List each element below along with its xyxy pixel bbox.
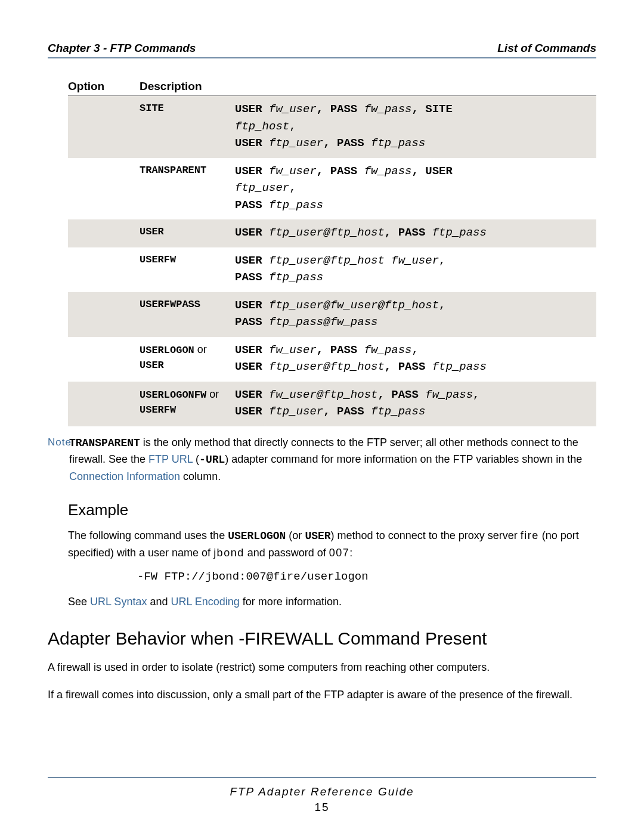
connection-cell: USER ftp_user@ftp_host, PASS ftp_pass	[235, 224, 596, 241]
example-code: -FW FTP://jbond:007@fire/userlogon	[137, 570, 596, 583]
table-row: USERFWPASSUSER ftp_user@fw_user@ftp_host…	[68, 292, 596, 337]
footer-title: FTP Adapter Reference Guide	[0, 785, 644, 798]
link[interactable]: FTP URL	[148, 453, 193, 465]
link[interactable]: Connection Information	[69, 470, 180, 482]
see-also: See URL Syntax and URL Encoding for more…	[68, 594, 596, 611]
page: Chapter 3 - FTP Commands List of Command…	[0, 0, 644, 833]
th-description: Description	[140, 80, 596, 93]
connection-cell: USER fw_user, PASS fw_pass, SITEftp_host…	[235, 101, 596, 152]
example-heading: Example	[68, 501, 596, 519]
section-heading: Adapter Behavior when -FIREWALL Command …	[48, 628, 596, 649]
page-header: Chapter 3 - FTP Commands List of Command…	[48, 42, 596, 58]
method-cell: USER	[140, 224, 235, 241]
link[interactable]: URL Encoding	[171, 596, 239, 608]
method-cell: USERFWPASS	[140, 297, 235, 331]
options-table: Option Description SITEUSER fw_user, PAS…	[68, 76, 596, 426]
table-header-row: Option Description	[68, 76, 596, 96]
link[interactable]: URL Syntax	[90, 596, 147, 608]
table-row: USERLOGON orUSERUSER fw_user, PASS fw_pa…	[68, 337, 596, 382]
header-right: List of Commands	[497, 42, 596, 55]
note-label: Note	[48, 435, 69, 486]
method-cell: USERLOGONFW orUSERFW	[140, 386, 235, 420]
table-row: USERUSER ftp_user@ftp_host, PASS ftp_pas…	[68, 219, 596, 247]
section-p1: A firewall is used in order to isolate (…	[48, 659, 596, 676]
footer-rule	[48, 777, 596, 778]
connection-cell: USER ftp_user@ftp_host fw_user,PASS ftp_…	[235, 252, 596, 286]
note-body: TRANSPARENT is the only method that dire…	[69, 435, 596, 486]
footer-page-number: 15	[0, 801, 644, 814]
note-block: Note TRANSPARENT is the only method that…	[48, 435, 596, 486]
method-cell: USERFW	[140, 252, 235, 286]
connection-cell: USER ftp_user@fw_user@ftp_host,PASS ftp_…	[235, 297, 596, 331]
method-cell: TRANSPARENT	[140, 163, 235, 214]
header-left: Chapter 3 - FTP Commands	[48, 42, 196, 55]
table-row: USERFWUSER ftp_user@ftp_host fw_user,PAS…	[68, 247, 596, 292]
connection-cell: USER fw_user, PASS fw_pass, USERftp_user…	[235, 163, 596, 214]
connection-cell: USER fw_user@ftp_host, PASS fw_pass,USER…	[235, 386, 596, 420]
method-cell: USERLOGON orUSER	[140, 342, 235, 376]
table-row: SITEUSER fw_user, PASS fw_pass, SITEftp_…	[68, 96, 596, 158]
section-p2: If a firewall comes into discussion, onl…	[48, 687, 596, 704]
example-paragraph: The following command uses the USERLOGON…	[68, 528, 596, 562]
method-cell: SITE	[140, 101, 235, 152]
table-row: TRANSPARENTUSER fw_user, PASS fw_pass, U…	[68, 158, 596, 220]
th-option: Option	[68, 80, 140, 93]
table-row: USERLOGONFW orUSERFWUSER fw_user@ftp_hos…	[68, 382, 596, 426]
connection-cell: USER fw_user, PASS fw_pass,USER ftp_user…	[235, 342, 596, 376]
